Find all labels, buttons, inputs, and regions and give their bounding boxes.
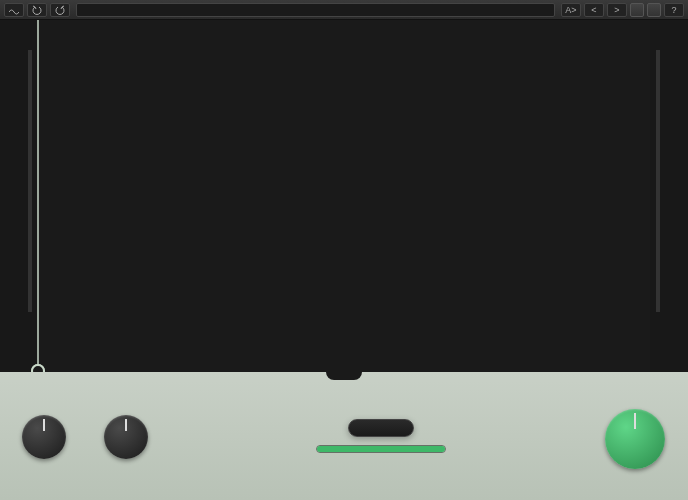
frequency-axis: [38, 356, 650, 370]
undo-icon[interactable]: [27, 3, 47, 17]
output-meter: [656, 50, 660, 312]
depth-knob[interactable]: [605, 409, 665, 469]
noise-knob[interactable]: [22, 415, 66, 459]
next-preset-icon[interactable]: >: [607, 3, 627, 17]
help-icon[interactable]: ?: [664, 3, 684, 17]
plugin-title: [326, 372, 362, 380]
headroom-control: [100, 411, 152, 462]
save-button[interactable]: [647, 3, 661, 17]
high-range-line: [38, 20, 39, 364]
input-meter-column: [0, 20, 38, 372]
redo-icon[interactable]: [50, 3, 70, 17]
compare-ab-icon[interactable]: A>: [561, 3, 581, 17]
headroom-knob[interactable]: [104, 415, 148, 459]
load-button[interactable]: [630, 3, 644, 17]
controls-panel: [0, 372, 688, 500]
plugin-header: A> < > ?: [0, 0, 688, 20]
waves-menu-icon[interactable]: [4, 3, 24, 17]
noise-control: [18, 411, 70, 462]
analyzer-area: [0, 20, 688, 372]
output-meter-column: [650, 20, 688, 372]
transport-column: [182, 419, 580, 453]
prev-preset-icon[interactable]: <: [584, 3, 604, 17]
progress-bar: [316, 445, 446, 453]
preset-selector[interactable]: [76, 3, 555, 17]
stop-button[interactable]: [348, 419, 414, 437]
spectrum-graph[interactable]: [38, 20, 650, 372]
depth-control: [600, 401, 670, 472]
input-meter: [28, 50, 32, 312]
